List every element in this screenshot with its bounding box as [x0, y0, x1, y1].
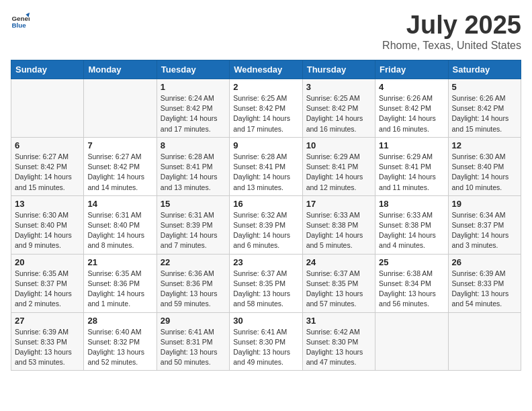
logo: General Blue: [11, 11, 30, 30]
title-section: July 2025 Rhome, Texas, United States: [382, 11, 521, 52]
day-number: 24: [306, 257, 371, 267]
table-row: [11, 79, 84, 138]
day-info: Sunrise: 6:41 AM Sunset: 8:31 PM Dayligh…: [161, 327, 226, 368]
day-info: Sunrise: 6:27 AM Sunset: 8:42 PM Dayligh…: [15, 152, 80, 193]
calendar-table: Sunday Monday Tuesday Wednesday Thursday…: [11, 60, 521, 371]
table-row: 30Sunrise: 6:41 AM Sunset: 8:30 PM Dayli…: [230, 312, 302, 371]
table-row: 11Sunrise: 6:29 AM Sunset: 8:41 PM Dayli…: [375, 137, 448, 195]
day-info: Sunrise: 6:40 AM Sunset: 8:32 PM Dayligh…: [87, 327, 152, 368]
calendar-header-row: Sunday Monday Tuesday Wednesday Thursday…: [11, 60, 521, 79]
table-row: 7Sunrise: 6:27 AM Sunset: 8:42 PM Daylig…: [84, 137, 157, 195]
table-row: 13Sunrise: 6:30 AM Sunset: 8:40 PM Dayli…: [11, 195, 84, 254]
day-number: 12: [452, 140, 517, 150]
day-info: Sunrise: 6:26 AM Sunset: 8:42 PM Dayligh…: [452, 93, 517, 134]
table-row: 27Sunrise: 6:39 AM Sunset: 8:33 PM Dayli…: [11, 312, 84, 371]
calendar-week-row: 20Sunrise: 6:35 AM Sunset: 8:37 PM Dayli…: [11, 254, 521, 312]
day-number: 18: [379, 199, 444, 209]
table-row: 2Sunrise: 6:25 AM Sunset: 8:42 PM Daylig…: [230, 79, 302, 138]
day-info: Sunrise: 6:38 AM Sunset: 8:34 PM Dayligh…: [379, 269, 444, 310]
day-info: Sunrise: 6:30 AM Sunset: 8:40 PM Dayligh…: [452, 152, 517, 193]
table-row: 12Sunrise: 6:30 AM Sunset: 8:40 PM Dayli…: [448, 137, 521, 195]
table-row: 24Sunrise: 6:37 AM Sunset: 8:35 PM Dayli…: [302, 254, 375, 312]
day-number: 25: [379, 257, 444, 267]
day-info: Sunrise: 6:29 AM Sunset: 8:41 PM Dayligh…: [379, 152, 444, 193]
table-row: 10Sunrise: 6:29 AM Sunset: 8:41 PM Dayli…: [302, 137, 375, 195]
col-sunday: Sunday: [11, 60, 84, 79]
day-number: 1: [161, 82, 226, 92]
col-monday: Monday: [84, 60, 157, 79]
table-row: [84, 79, 157, 138]
day-number: 22: [161, 257, 226, 267]
table-row: 15Sunrise: 6:31 AM Sunset: 8:39 PM Dayli…: [157, 195, 229, 254]
day-info: Sunrise: 6:25 AM Sunset: 8:42 PM Dayligh…: [306, 93, 371, 134]
day-info: Sunrise: 6:41 AM Sunset: 8:30 PM Dayligh…: [233, 327, 298, 368]
day-info: Sunrise: 6:28 AM Sunset: 8:41 PM Dayligh…: [161, 152, 226, 193]
day-number: 6: [15, 140, 80, 150]
col-thursday: Thursday: [302, 60, 375, 79]
day-number: 16: [233, 199, 298, 209]
table-row: 23Sunrise: 6:37 AM Sunset: 8:35 PM Dayli…: [230, 254, 302, 312]
day-info: Sunrise: 6:35 AM Sunset: 8:37 PM Dayligh…: [15, 269, 80, 310]
day-number: 26: [452, 257, 517, 267]
table-row: 18Sunrise: 6:33 AM Sunset: 8:38 PM Dayli…: [375, 195, 448, 254]
day-number: 8: [161, 140, 226, 150]
day-info: Sunrise: 6:37 AM Sunset: 8:35 PM Dayligh…: [233, 269, 298, 310]
day-info: Sunrise: 6:24 AM Sunset: 8:42 PM Dayligh…: [161, 93, 226, 134]
day-number: 31: [306, 316, 371, 326]
day-number: 27: [15, 316, 80, 326]
day-info: Sunrise: 6:37 AM Sunset: 8:35 PM Dayligh…: [306, 269, 371, 310]
day-number: 17: [306, 199, 371, 209]
day-number: 28: [87, 316, 152, 326]
day-info: Sunrise: 6:30 AM Sunset: 8:40 PM Dayligh…: [15, 210, 80, 251]
table-row: 20Sunrise: 6:35 AM Sunset: 8:37 PM Dayli…: [11, 254, 84, 312]
table-row: 31Sunrise: 6:42 AM Sunset: 8:30 PM Dayli…: [302, 312, 375, 371]
col-wednesday: Wednesday: [230, 60, 302, 79]
day-number: 15: [161, 199, 226, 209]
col-saturday: Saturday: [448, 60, 521, 79]
table-row: 5Sunrise: 6:26 AM Sunset: 8:42 PM Daylig…: [448, 79, 521, 138]
day-info: Sunrise: 6:35 AM Sunset: 8:36 PM Dayligh…: [87, 269, 152, 310]
table-row: 6Sunrise: 6:27 AM Sunset: 8:42 PM Daylig…: [11, 137, 84, 195]
logo-icon: General Blue: [11, 11, 30, 30]
day-number: 23: [233, 257, 298, 267]
table-row: 28Sunrise: 6:40 AM Sunset: 8:32 PM Dayli…: [84, 312, 157, 371]
day-info: Sunrise: 6:25 AM Sunset: 8:42 PM Dayligh…: [233, 93, 298, 134]
table-row: 17Sunrise: 6:33 AM Sunset: 8:38 PM Dayli…: [302, 195, 375, 254]
table-row: 3Sunrise: 6:25 AM Sunset: 8:42 PM Daylig…: [302, 79, 375, 138]
table-row: 26Sunrise: 6:39 AM Sunset: 8:33 PM Dayli…: [448, 254, 521, 312]
day-info: Sunrise: 6:31 AM Sunset: 8:39 PM Dayligh…: [161, 210, 226, 251]
col-tuesday: Tuesday: [157, 60, 229, 79]
table-row: 19Sunrise: 6:34 AM Sunset: 8:37 PM Dayli…: [448, 195, 521, 254]
table-row: 25Sunrise: 6:38 AM Sunset: 8:34 PM Dayli…: [375, 254, 448, 312]
table-row: 8Sunrise: 6:28 AM Sunset: 8:41 PM Daylig…: [157, 137, 229, 195]
month-title: July 2025: [382, 11, 521, 40]
calendar-week-row: 6Sunrise: 6:27 AM Sunset: 8:42 PM Daylig…: [11, 137, 521, 195]
calendar-week-row: 27Sunrise: 6:39 AM Sunset: 8:33 PM Dayli…: [11, 312, 521, 371]
table-row: 4Sunrise: 6:26 AM Sunset: 8:42 PM Daylig…: [375, 79, 448, 138]
day-info: Sunrise: 6:27 AM Sunset: 8:42 PM Dayligh…: [87, 152, 152, 193]
day-number: 21: [87, 257, 152, 267]
day-info: Sunrise: 6:36 AM Sunset: 8:36 PM Dayligh…: [161, 269, 226, 310]
page-header: General Blue July 2025 Rhome, Texas, Uni…: [11, 11, 521, 52]
day-number: 7: [87, 140, 152, 150]
day-info: Sunrise: 6:26 AM Sunset: 8:42 PM Dayligh…: [379, 93, 444, 134]
day-number: 30: [233, 316, 298, 326]
day-number: 5: [452, 82, 517, 92]
day-number: 13: [15, 199, 80, 209]
day-info: Sunrise: 6:31 AM Sunset: 8:40 PM Dayligh…: [87, 210, 152, 251]
day-number: 11: [379, 140, 444, 150]
day-number: 19: [452, 199, 517, 209]
table-row: 1Sunrise: 6:24 AM Sunset: 8:42 PM Daylig…: [157, 79, 229, 138]
day-number: 2: [233, 82, 298, 92]
table-row: [448, 312, 521, 371]
day-info: Sunrise: 6:29 AM Sunset: 8:41 PM Dayligh…: [306, 152, 371, 193]
svg-text:Blue: Blue: [11, 21, 26, 29]
day-info: Sunrise: 6:28 AM Sunset: 8:41 PM Dayligh…: [233, 152, 298, 193]
day-number: 29: [161, 316, 226, 326]
table-row: 14Sunrise: 6:31 AM Sunset: 8:40 PM Dayli…: [84, 195, 157, 254]
day-number: 3: [306, 82, 371, 92]
day-info: Sunrise: 6:34 AM Sunset: 8:37 PM Dayligh…: [452, 210, 517, 251]
location: Rhome, Texas, United States: [382, 40, 521, 52]
table-row: 16Sunrise: 6:32 AM Sunset: 8:39 PM Dayli…: [230, 195, 302, 254]
table-row: 21Sunrise: 6:35 AM Sunset: 8:36 PM Dayli…: [84, 254, 157, 312]
